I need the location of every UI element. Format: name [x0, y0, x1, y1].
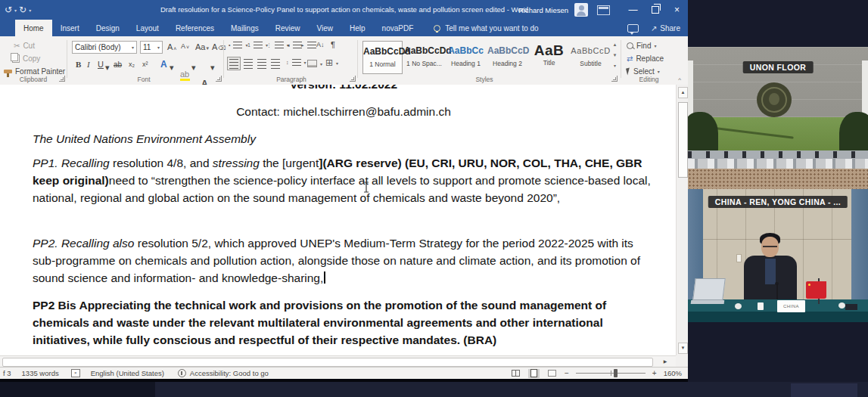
close-button[interactable]: × — [666, 0, 688, 20]
replace-button[interactable]: ⇄ Replace — [627, 54, 664, 63]
word-count[interactable]: 1335 words — [22, 369, 59, 377]
highlight-dropdown-icon[interactable]: ▾ — [191, 63, 196, 73]
sort-button[interactable]: A↓ — [316, 41, 325, 48]
horizontal-scrollbar[interactable]: ▶ — [0, 355, 688, 367]
restore-button[interactable] — [644, 0, 666, 20]
speaker-label-badge: CHINA - REN, YONG CHINA - ... — [708, 196, 848, 208]
font-size-select[interactable]: 11▾ — [140, 41, 163, 54]
italic-button[interactable]: I — [87, 60, 90, 69]
accessibility-status[interactable]: Accessibility: Good to go — [190, 369, 269, 377]
style-heading-1[interactable]: AaBbCc Heading 1 — [446, 41, 486, 74]
styles-gallery-up-icon[interactable]: ▲ — [610, 42, 620, 48]
print-layout-button[interactable] — [528, 369, 540, 378]
comments-icon[interactable] — [627, 24, 639, 33]
country-nameplate: CHINA — [777, 300, 805, 312]
zoom-slider-thumb[interactable] — [614, 369, 618, 377]
underline-button[interactable]: U — [98, 60, 104, 69]
zoom-level[interactable]: 160% — [664, 369, 682, 377]
desk-row — [688, 159, 868, 169]
paragraph-dialog-launcher-icon[interactable] — [350, 76, 356, 82]
undo-icon[interactable]: ↺ — [5, 5, 12, 15]
collapse-ribbon-icon[interactable]: ^ — [678, 76, 681, 83]
align-right-button[interactable] — [257, 59, 266, 69]
zoom-out-button[interactable]: − — [565, 369, 569, 377]
zoom-slider[interactable] — [576, 373, 646, 374]
styles-dialog-launcher-icon[interactable] — [611, 76, 618, 82]
styles-gallery-more-icon[interactable]: ▾ — [610, 63, 620, 70]
scroll-up-icon[interactable]: ▲ — [678, 87, 688, 98]
vertical-scroll-thumb[interactable] — [678, 102, 688, 178]
folder — [845, 304, 857, 310]
tab-design[interactable]: Design — [88, 20, 128, 36]
shrink-font-button[interactable]: A˅ — [181, 42, 189, 50]
redo-icon[interactable]: ↻ — [19, 5, 26, 15]
language-indicator[interactable]: English (United States) — [91, 369, 164, 377]
style-no-spacing[interactable]: AaBbCcDd 1 No Spac... — [404, 41, 444, 74]
tab-novapdf[interactable]: novaPDF — [374, 20, 422, 36]
undo-dropdown-icon[interactable]: ▾ — [14, 8, 17, 13]
proofing-icon[interactable]: × — [71, 369, 80, 377]
scroll-down-icon[interactable]: ▼ — [678, 343, 688, 354]
line-spacing-button[interactable]: ↕▾ — [286, 59, 306, 66]
avatar[interactable] — [574, 3, 588, 17]
font-color-dropdown-icon[interactable]: ▾ — [210, 63, 215, 73]
grow-font-button[interactable]: A˄ — [167, 42, 176, 51]
tell-me-box[interactable]: Tell me what you want to do — [434, 20, 538, 36]
tab-insert[interactable]: Insert — [52, 20, 88, 36]
tab-layout[interactable]: Layout — [128, 20, 167, 36]
multilevel-list-button[interactable]: ⋮▾ — [266, 42, 289, 48]
doc-paragraph-assembly: The United Nations Environment Assembly — [33, 130, 655, 147]
vertical-scrollbar[interactable]: ▲ ▼ — [676, 85, 688, 355]
bold-button[interactable]: B — [76, 60, 81, 69]
cut-button[interactable]: ✂ Cut — [14, 42, 35, 50]
page-indicator[interactable]: f 3 — [3, 369, 11, 377]
account-name[interactable]: Richard Miesen — [518, 6, 568, 14]
underline-dropdown-icon[interactable]: ▾ — [105, 63, 110, 73]
text-effects-dropdown-icon[interactable]: ▾ — [170, 63, 174, 73]
horizontal-scroll-thumb[interactable] — [2, 358, 653, 367]
borders-button[interactable]: ⊞▾ — [325, 57, 338, 68]
show-marks-button[interactable]: ¶ — [331, 40, 335, 49]
superscript-button[interactable]: x² — [142, 60, 148, 68]
font-dialog-launcher-icon[interactable] — [216, 76, 222, 82]
select-button[interactable]: Select▾ — [627, 67, 660, 76]
shading-button[interactable]: ▾ — [307, 60, 322, 67]
tab-home[interactable]: Home — [15, 20, 52, 36]
increase-indent-button[interactable]: ▸ — [301, 42, 316, 48]
read-mode-button[interactable] — [510, 369, 521, 378]
align-left-button[interactable] — [228, 57, 240, 70]
editing-group-label: Editing — [628, 76, 670, 83]
align-center-button[interactable] — [244, 59, 253, 69]
justify-button[interactable] — [271, 59, 280, 69]
subscript-button[interactable]: x₂ — [129, 60, 135, 68]
format-painter-button[interactable]: Format Painter — [4, 67, 65, 76]
numbering-button[interactable]: 1▾ — [247, 42, 268, 48]
minimize-button[interactable]: — — [622, 0, 644, 20]
scroll-right-icon[interactable]: ▶ — [660, 358, 670, 365]
zoom-in-button[interactable]: + — [652, 369, 657, 377]
change-case-button[interactable]: Aa▾ — [195, 42, 209, 51]
styles-gallery-down-icon[interactable]: ▼ — [610, 52, 620, 59]
find-button[interactable]: Find▾ — [627, 42, 656, 50]
tab-review[interactable]: Review — [267, 20, 309, 36]
style-subtitle[interactable]: AaBbCcD Subtitle — [571, 41, 611, 74]
style-normal[interactable]: AaBbCcDd 1 Normal — [362, 41, 403, 74]
document-page[interactable]: Version: 11.02.2022 Contact: michel.tsch… — [0, 85, 676, 355]
tab-view[interactable]: View — [309, 20, 342, 36]
web-layout-button[interactable] — [546, 369, 558, 378]
style-title[interactable]: AaB Title — [529, 41, 569, 74]
tab-references[interactable]: References — [167, 20, 222, 36]
share-button[interactable]: ↗ Share — [651, 24, 680, 33]
strikethrough-button[interactable]: ab — [114, 60, 122, 69]
copy-button[interactable]: Copy — [12, 54, 40, 63]
clipboard-dialog-launcher-icon[interactable] — [59, 76, 65, 82]
ribbon-display-options-icon[interactable] — [597, 5, 610, 15]
water-bottle — [735, 303, 742, 309]
tab-help[interactable]: Help — [341, 20, 374, 36]
decrease-indent-button[interactable]: ◂ — [287, 42, 302, 48]
style-heading-2[interactable]: AaBbCcD Heading 2 — [487, 41, 527, 74]
qat-customize-icon[interactable]: ▾ — [29, 8, 31, 13]
tab-mailings[interactable]: Mailings — [222, 20, 267, 36]
bullets-button[interactable]: •▾ — [229, 42, 247, 48]
font-name-select[interactable]: Calibri (Body)▾ — [72, 41, 137, 54]
